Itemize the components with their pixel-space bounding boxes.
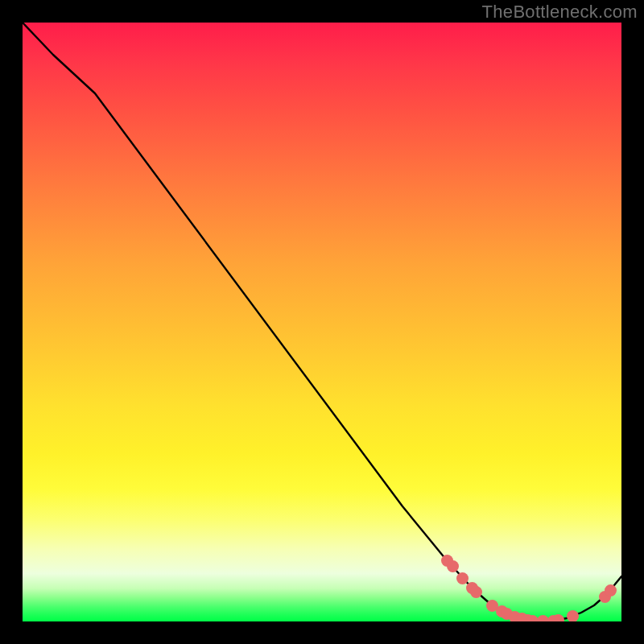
highlight-marker bbox=[567, 610, 579, 622]
chart-outer-frame: TheBottleneck.com bbox=[0, 0, 644, 644]
highlight-marker bbox=[605, 584, 617, 597]
plot-area bbox=[23, 23, 621, 621]
highlight-marker bbox=[447, 560, 459, 572]
watermark-text: TheBottleneck.com bbox=[482, 2, 638, 23]
highlight-marker bbox=[470, 586, 482, 598]
highlight-marker bbox=[456, 572, 469, 584]
highlight-marker bbox=[552, 614, 564, 622]
highlight-markers-layer bbox=[23, 23, 621, 621]
